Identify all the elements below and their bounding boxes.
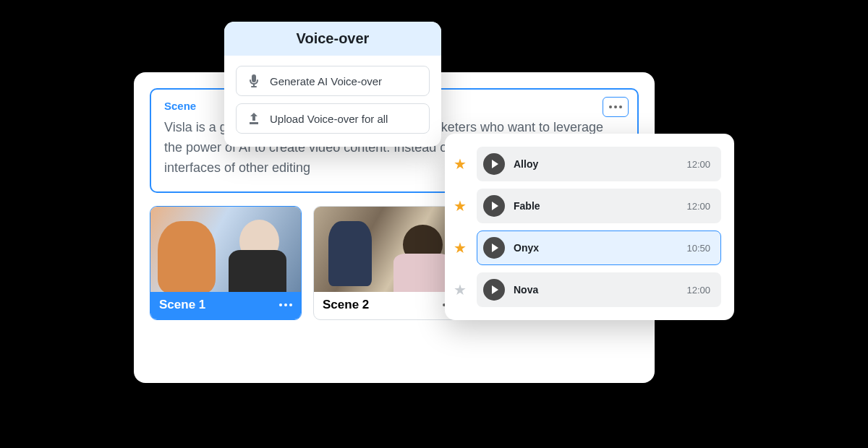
voice-duration: 12:00 bbox=[686, 159, 710, 170]
voice-name: Nova bbox=[514, 284, 686, 296]
voice-name: Onyx bbox=[514, 242, 686, 254]
voice-duration: 10:50 bbox=[686, 243, 710, 254]
voice-duration: 12:00 bbox=[686, 201, 710, 212]
play-icon[interactable] bbox=[483, 279, 505, 301]
voice-item-onyx[interactable]: Onyx 10:50 bbox=[477, 231, 721, 265]
upload-voiceover-button[interactable]: Upload Voice-over for all bbox=[236, 103, 430, 134]
voice-item-alloy[interactable]: Alloy 12:00 bbox=[477, 147, 721, 181]
script-more-button[interactable] bbox=[603, 97, 629, 117]
play-icon[interactable] bbox=[483, 153, 505, 175]
microphone-icon bbox=[247, 74, 261, 88]
scene-title: Scene 2 bbox=[323, 298, 369, 312]
scene-title: Scene 1 bbox=[159, 298, 205, 312]
voice-duration: 12:00 bbox=[686, 285, 710, 296]
upload-icon bbox=[247, 111, 261, 126]
play-icon[interactable] bbox=[483, 195, 505, 217]
star-icon[interactable]: ★ bbox=[451, 155, 469, 173]
star-icon[interactable]: ★ bbox=[451, 281, 469, 298]
scene-card-2[interactable]: Scene 2 bbox=[313, 206, 465, 320]
voiceover-panel: Voice-over Generate AI Voice-over Upload… bbox=[224, 22, 441, 147]
star-icon[interactable]: ★ bbox=[451, 197, 469, 215]
scene-thumbnail bbox=[314, 207, 464, 292]
play-icon[interactable] bbox=[483, 237, 505, 259]
scene-thumbnail bbox=[150, 207, 301, 292]
scene-card-1[interactable]: Scene 1 bbox=[150, 206, 302, 320]
voice-row: ★ Alloy 12:00 bbox=[451, 147, 721, 181]
upload-voiceover-label: Upload Voice-over for all bbox=[270, 113, 388, 125]
voiceover-header: Voice-over bbox=[224, 22, 441, 56]
voices-panel: ★ Alloy 12:00 ★ Fable 12:00 ★ Onyx 10:50… bbox=[445, 134, 734, 320]
voice-row: ★ Nova 12:00 bbox=[451, 272, 721, 307]
voice-item-fable[interactable]: Fable 12:00 bbox=[477, 189, 721, 223]
voice-row: ★ Onyx 10:50 bbox=[451, 231, 721, 265]
voice-item-nova[interactable]: Nova 12:00 bbox=[477, 272, 721, 307]
generate-voiceover-label: Generate AI Voice-over bbox=[270, 75, 382, 87]
voice-name: Fable bbox=[514, 200, 686, 212]
scene-more-button[interactable] bbox=[279, 303, 292, 306]
voice-row: ★ Fable 12:00 bbox=[451, 189, 721, 223]
voice-name: Alloy bbox=[514, 158, 686, 170]
star-icon[interactable]: ★ bbox=[451, 239, 469, 257]
generate-voiceover-button[interactable]: Generate AI Voice-over bbox=[236, 66, 430, 96]
